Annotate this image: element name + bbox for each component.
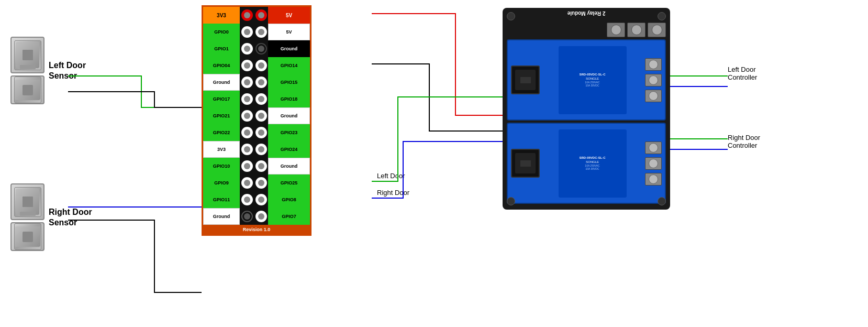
left-door-sensor-label: Left Door Sensor (49, 60, 86, 80)
pin-gpio24: GPIO24 (268, 141, 310, 158)
pi-row-13: Ground GPIO7 (203, 208, 310, 225)
pin-gpio04: GPIO04 (203, 57, 240, 74)
relay-module: 2 Relay Module SRD-05VDC-SL-C SONG (503, 8, 670, 210)
pi-footer: Revision 1.0 (203, 225, 310, 234)
pin-gpio21: GPIO21 (203, 107, 240, 124)
pin-circle-3l (241, 43, 253, 54)
pi-row-10: GPIO10 Ground (203, 158, 310, 175)
pin-circle-13r (255, 211, 267, 222)
pi-row-5: Ground GPIO15 (203, 74, 310, 91)
pin-circle-8l (241, 127, 253, 138)
pi-row-6: GPIO17 GPIO18 (203, 91, 310, 107)
pin-circle-8r (255, 127, 267, 138)
left-door-sensor-image (10, 37, 44, 73)
pin-circle-1l (241, 9, 253, 21)
pin-circle-9l (241, 144, 253, 155)
relay-top-terminals (507, 23, 666, 37)
pin-ground-r7: Ground (268, 107, 310, 124)
pi-row-8: GPIO22 GPIO23 (203, 124, 310, 141)
pin-circle-5l (241, 77, 253, 88)
pin-gpio25: GPIO25 (268, 175, 310, 191)
mount-hole-tl (507, 12, 515, 20)
pin-circle-1r (255, 9, 267, 21)
relay-title: 2 Relay Module (503, 10, 670, 16)
left-door-conn-label: Left Door (377, 172, 405, 180)
pin-circle-2r (255, 26, 267, 38)
pin-3v3-r9l: 3V3 (203, 141, 240, 158)
pin-gpio10: GPIO10 (203, 158, 240, 175)
right-door-conn-label: Right Door (377, 189, 409, 197)
pi-row-11: GPIO9 GPIO25 (203, 175, 310, 191)
pin-circle-4l (241, 60, 253, 71)
pin-circle-2l (241, 26, 253, 38)
pin-circle-11l (241, 177, 253, 189)
pin-gpio8: GPIO8 (268, 191, 310, 208)
pin-ground-r10: Ground (268, 158, 310, 175)
pi-row-1: 3V3 5V (203, 7, 310, 24)
pin-circle-12r (255, 194, 267, 205)
mount-hole-br (658, 197, 666, 205)
pi-board: 3V3 5V GPIO0 5V GPIO1 Ground (202, 5, 311, 236)
right-door-sensor-image2 (10, 222, 44, 251)
relay-unit-1-terminals (645, 58, 662, 102)
right-door-sensor-image (10, 183, 44, 220)
pin-ground-left: Ground (203, 74, 240, 91)
pin-circle-12l (241, 194, 253, 205)
pin-gpio7: GPIO7 (268, 208, 310, 225)
relay-unit-1: SRD-05VDC-SL-C SONGLE 10A 250VAC10A 30VD… (507, 39, 666, 121)
pin-circle-4r (255, 60, 267, 71)
pin-gpio11: GPIO11 (203, 191, 240, 208)
relay-unit-2: SRD-05VDC-SL-C SONGLE 10A 250VAC10A 30VD… (507, 123, 666, 204)
pin-circle-9r (255, 144, 267, 155)
pin-circle-10r (255, 160, 267, 172)
pin-circle-6l (241, 93, 253, 105)
pi-left-col: 3V3 5V GPIO0 5V GPIO1 Ground (202, 5, 311, 236)
left-door-sensor-block: Left Door Sensor (10, 37, 86, 104)
pi-row-7: GPIO21 Ground (203, 107, 310, 124)
mount-hole-bl (507, 197, 515, 205)
pin-gpio17: GPIO17 (203, 91, 240, 107)
pin-ground-black: Ground (268, 40, 310, 57)
pin-circle-11r (255, 177, 267, 189)
pin-circle-7r (255, 110, 267, 122)
pi-row-2: GPIO0 5V (203, 24, 310, 40)
pi-row-4: GPIO04 GPIO14 (203, 57, 310, 74)
left-door-sensor-image2 (10, 75, 44, 104)
relay-unit-2-terminals (645, 141, 662, 186)
pin-gpio23: GPIO23 (268, 124, 310, 141)
pin-5v-white: 5V (268, 24, 310, 40)
sensors-area: Left Door Sensor Right Door Sensor (5, 10, 110, 314)
pin-gpio9: GPIO9 (203, 175, 240, 191)
right-door-sensor-label: Right Door Sensor (49, 207, 92, 227)
left-door-controller-label: Left Door Controller (728, 66, 757, 81)
pin-circle-6r (255, 93, 267, 105)
right-door-sensor-block: Right Door Sensor (10, 183, 92, 251)
pin-gpio15: GPIO15 (268, 74, 310, 91)
pi-row-12: GPIO11 GPIO8 (203, 191, 310, 208)
pin-circle-13l (241, 211, 253, 222)
pi-row-9: 3V3 GPIO24 (203, 141, 310, 158)
pin-gpio18: GPIO18 (268, 91, 310, 107)
right-door-controller-label: Right Door Controller (728, 134, 760, 149)
pin-gpio22: GPIO22 (203, 124, 240, 141)
pin-gpio0-left: GPIO0 (203, 24, 240, 40)
pi-row-3: GPIO1 Ground (203, 40, 310, 57)
pin-gpio1-left: GPIO1 (203, 40, 240, 57)
mount-hole-tr (658, 12, 666, 20)
pin-circle-3r (255, 43, 267, 54)
pin-circle-10l (241, 160, 253, 172)
pin-circle-5r (255, 77, 267, 88)
pin-3v3-left: 3V3 (203, 7, 240, 24)
pin-circle-7l (241, 110, 253, 122)
pin-gpio14: GPIO14 (268, 57, 310, 74)
pin-5v-right: 5V (268, 7, 310, 24)
pin-ground-l13: Ground (203, 208, 240, 225)
